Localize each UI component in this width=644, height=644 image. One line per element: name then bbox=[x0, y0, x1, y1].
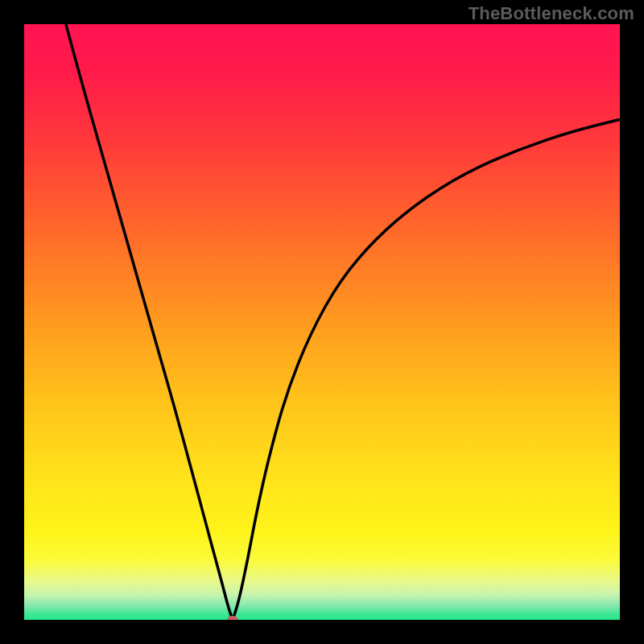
bottleneck-curve bbox=[24, 24, 620, 620]
curve-left-branch bbox=[66, 24, 233, 620]
curve-right-branch bbox=[233, 119, 620, 620]
plot-area bbox=[24, 24, 620, 620]
watermark: TheBottleneck.com bbox=[469, 3, 634, 24]
chart-frame: TheBottleneck.com bbox=[0, 0, 644, 644]
optimal-point-marker bbox=[227, 616, 238, 620]
